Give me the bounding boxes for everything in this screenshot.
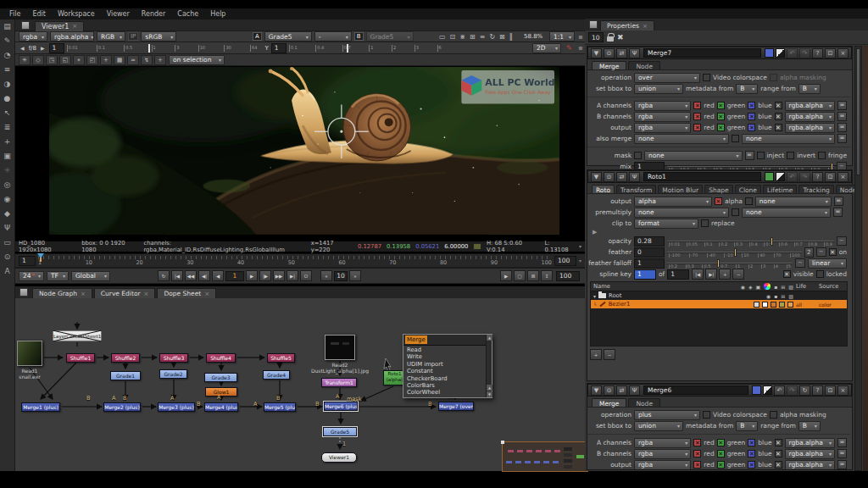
curve-editor-icon[interactable] <box>837 236 847 246</box>
max-panels-field[interactable]: 10 <box>588 32 604 42</box>
menu-item[interactable]: Help <box>204 10 231 18</box>
range-mode-dropdown[interactable]: Global <box>71 271 110 281</box>
panel-tab[interactable]: Transform <box>616 185 656 193</box>
opacity-slider-handle[interactable] <box>771 237 773 246</box>
red-checkbox[interactable] <box>693 461 701 469</box>
tab-properties[interactable]: Properties <box>600 20 654 30</box>
node-shuffle1[interactable]: Shuffle1 <box>66 353 95 363</box>
eye-icon[interactable]: ◉ <box>766 293 771 299</box>
close-panel-icon[interactable]: × <box>837 385 849 396</box>
prev-keyframe-icon[interactable]: ◀◀ <box>185 270 197 281</box>
expand-icon[interactable]: ▾ <box>593 293 596 299</box>
collapse-icon[interactable]: ▼ <box>591 385 602 396</box>
checker-icon[interactable]: ⋇ <box>458 33 467 41</box>
frame-step-field[interactable]: 10 <box>334 271 348 281</box>
collapse-group-icon[interactable]: ▶ <box>587 229 850 236</box>
panel-tab[interactable]: Shape <box>704 185 733 193</box>
switch-io-icon[interactable]: ⇄ <box>616 48 627 58</box>
settings-gear-icon[interactable]: ✳ <box>19 55 31 65</box>
node-color-swatch[interactable] <box>765 172 774 181</box>
move-icon[interactable]: + <box>4 137 11 146</box>
wipe-icon[interactable]: ⊞ <box>468 33 477 41</box>
gain-slider[interactable]: 0.010.10.513103064 <box>67 43 258 53</box>
goto-start-icon[interactable]: |◀ <box>171 270 183 281</box>
alpha-masking-checkbox[interactable] <box>770 74 777 81</box>
bbox-dropdown[interactable]: union <box>634 421 683 431</box>
falloff-slider-handle[interactable] <box>717 259 720 268</box>
blue-checkbox[interactable] <box>748 450 755 458</box>
scroll-up-icon[interactable]: ▲ <box>487 335 492 341</box>
cube-icon[interactable]: ▣ <box>3 152 11 160</box>
panel-tab[interactable]: Merge <box>592 61 626 69</box>
properties-scrollbar[interactable] <box>854 46 862 471</box>
revert-icon[interactable]: ↻ <box>799 385 810 396</box>
color-col-icon[interactable] <box>764 283 771 290</box>
addpoint-icon[interactable]: + <box>154 55 166 65</box>
opacity-field[interactable]: 0.28 <box>634 236 665 247</box>
green-checkbox[interactable] <box>717 102 725 109</box>
visible-checkbox[interactable] <box>783 270 791 278</box>
panel-tab[interactable]: Node <box>628 61 660 69</box>
link-button[interactable] <box>833 208 843 217</box>
gamma-field[interactable]: 1 <box>271 43 287 53</box>
lock-col-icon[interactable]: ◈ <box>748 284 753 290</box>
close-all-panels-icon[interactable]: ✖ <box>617 33 624 42</box>
node-search-field[interactable]: Merge <box>403 335 492 346</box>
tab-viewer1[interactable]: Viewer1 <box>35 21 84 31</box>
premult-checkbox[interactable] <box>732 208 739 216</box>
matte-col-icon[interactable]: ▣ <box>756 284 761 290</box>
a-mask-dropdown[interactable]: rgba.alpha <box>785 438 835 448</box>
menu-item[interactable]: Cache <box>171 10 204 18</box>
blue-checkbox[interactable] <box>748 102 755 109</box>
scroll-down-icon[interactable]: ▼ <box>487 391 492 397</box>
goto-end-icon[interactable]: ▶| <box>287 270 298 281</box>
replace-checkbox[interactable] <box>701 219 709 227</box>
rotopaint-pen-icon[interactable]: ✎ <box>565 44 574 52</box>
curve-editor-icon[interactable] <box>795 258 805 268</box>
close-icon[interactable] <box>643 23 648 30</box>
output-channels-dropdown[interactable]: rgba <box>634 460 691 470</box>
link-button[interactable] <box>837 449 847 458</box>
float-panel-icon[interactable]: ⊡ <box>825 385 836 396</box>
gain-field[interactable]: 1 <box>49 43 64 53</box>
alpha-checkbox[interactable] <box>715 197 722 205</box>
link-button[interactable] <box>837 134 847 143</box>
b-mask-dropdown[interactable]: rgba.alpha <box>785 112 835 122</box>
feather-link-button[interactable]: 2 <box>804 247 814 258</box>
float-panel-icon[interactable]: ⊡ <box>825 172 836 182</box>
help-icon[interactable]: ? <box>812 172 823 182</box>
blend-icon[interactable]: ▪ <box>774 293 777 299</box>
node-grade3[interactable]: Grade3 <box>204 373 237 382</box>
panel-tab[interactable]: Motion Blur <box>658 185 703 193</box>
ripple-edit-icon[interactable]: ◇ <box>32 55 44 65</box>
output-channels-dropdown[interactable]: rgba <box>634 123 691 133</box>
green-checkbox[interactable] <box>717 124 725 131</box>
collapse-icon[interactable]: ▼ <box>591 48 602 58</box>
node-grade2[interactable]: Grade2 <box>159 369 187 379</box>
lines-icon[interactable]: ≡ <box>4 65 11 74</box>
operation-dropdown[interactable]: over <box>634 73 700 83</box>
blue-checkbox[interactable] <box>748 113 755 120</box>
link-button[interactable] <box>837 438 847 447</box>
panel-tab[interactable]: Roto <box>592 185 615 193</box>
green-checkbox[interactable] <box>717 461 725 469</box>
falloff-field[interactable]: 1 <box>634 258 665 269</box>
undo-icon[interactable]: ↶ <box>787 172 798 182</box>
minimap-handle[interactable] <box>501 441 504 444</box>
node-menu-item[interactable]: UDIM import <box>407 361 492 368</box>
node-shuffle5[interactable]: Shuffle5 <box>267 353 295 363</box>
node-merge3[interactable]: Merge3 (plus) <box>158 402 195 412</box>
gamma-slider-handle[interactable] <box>347 44 348 53</box>
menu-item[interactable]: Workspace <box>52 10 101 18</box>
node-merge4[interactable]: Merge4 (plus) <box>204 402 238 412</box>
shape-list-empty[interactable] <box>591 308 847 346</box>
range-dropdown[interactable]: B <box>798 421 821 431</box>
timer-icon[interactable]: ◔ <box>4 51 11 59</box>
close-panel-icon[interactable]: × <box>837 48 849 58</box>
feather-slider-handle[interactable] <box>734 248 737 257</box>
node-shuffle2[interactable]: Shuffle2 <box>111 353 140 363</box>
center-node-icon[interactable]: ⊙ <box>604 172 615 182</box>
select-arrow-icon[interactable]: ↖ <box>4 108 11 117</box>
clip-to-dropdown[interactable]: format <box>634 219 698 229</box>
redo-icon[interactable]: ↷ <box>799 172 810 182</box>
